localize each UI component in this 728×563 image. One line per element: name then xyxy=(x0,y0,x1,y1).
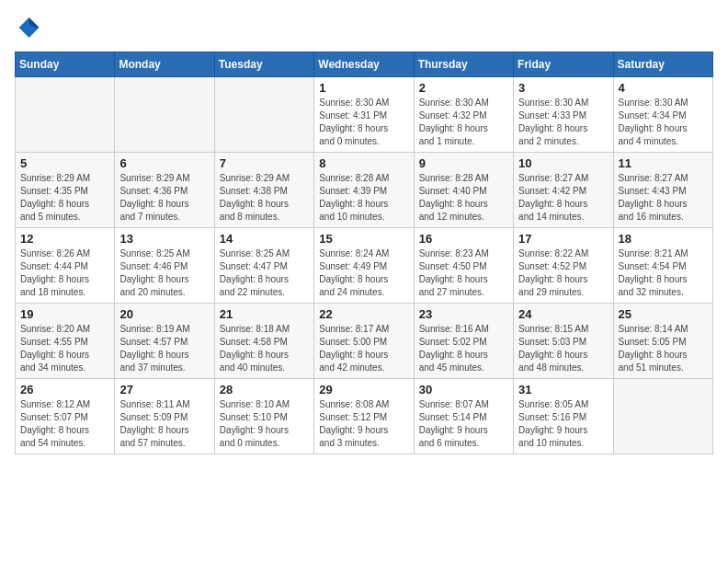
calendar-cell: 2Sunrise: 8:30 AM Sunset: 4:32 PM Daylig… xyxy=(414,77,513,153)
day-info: Sunrise: 8:15 AM Sunset: 5:03 PM Dayligh… xyxy=(518,323,608,374)
calendar-cell: 27Sunrise: 8:11 AM Sunset: 5:09 PM Dayli… xyxy=(115,379,214,454)
day-number: 30 xyxy=(419,383,508,396)
day-number: 19 xyxy=(20,307,109,321)
day-info: Sunrise: 8:28 AM Sunset: 4:39 PM Dayligh… xyxy=(319,172,408,224)
calendar-cell: 29Sunrise: 8:08 AM Sunset: 5:12 PM Dayli… xyxy=(314,379,414,454)
page-header xyxy=(15,15,713,40)
calendar-cell: 20Sunrise: 8:19 AM Sunset: 4:57 PM Dayli… xyxy=(115,304,214,379)
day-info: Sunrise: 8:08 AM Sunset: 5:12 PM Dayligh… xyxy=(319,398,408,450)
day-number: 9 xyxy=(419,156,508,170)
day-info: Sunrise: 8:14 AM Sunset: 5:05 PM Dayligh… xyxy=(619,323,708,374)
day-number: 13 xyxy=(119,232,209,246)
day-number: 10 xyxy=(518,156,608,170)
day-number: 27 xyxy=(119,383,209,396)
day-number: 24 xyxy=(518,307,608,321)
day-number: 16 xyxy=(419,232,508,246)
calendar-cell xyxy=(115,77,214,153)
day-number: 5 xyxy=(20,156,109,170)
calendar-cell: 24Sunrise: 8:15 AM Sunset: 5:03 PM Dayli… xyxy=(514,304,613,379)
calendar-cell: 23Sunrise: 8:16 AM Sunset: 5:02 PM Dayli… xyxy=(414,304,513,379)
weekday-header-tuesday: Tuesday xyxy=(214,52,313,77)
day-number: 4 xyxy=(619,81,708,95)
day-number: 14 xyxy=(220,232,309,246)
day-info: Sunrise: 8:24 AM Sunset: 4:49 PM Dayligh… xyxy=(319,247,408,299)
weekday-header-thursday: Thursday xyxy=(414,52,513,77)
calendar-cell: 28Sunrise: 8:10 AM Sunset: 5:10 PM Dayli… xyxy=(214,379,313,454)
day-info: Sunrise: 8:20 AM Sunset: 4:55 PM Dayligh… xyxy=(20,323,109,374)
calendar-cell: 14Sunrise: 8:25 AM Sunset: 4:47 PM Dayli… xyxy=(214,228,313,304)
day-info: Sunrise: 8:16 AM Sunset: 5:02 PM Dayligh… xyxy=(419,323,508,374)
day-number: 1 xyxy=(319,81,408,95)
calendar-cell: 31Sunrise: 8:05 AM Sunset: 5:16 PM Dayli… xyxy=(514,379,613,454)
calendar-cell xyxy=(16,77,115,153)
day-info: Sunrise: 8:21 AM Sunset: 4:54 PM Dayligh… xyxy=(619,247,708,299)
calendar-cell: 12Sunrise: 8:26 AM Sunset: 4:44 PM Dayli… xyxy=(16,228,115,304)
calendar-cell xyxy=(613,379,712,454)
day-info: Sunrise: 8:30 AM Sunset: 4:34 PM Dayligh… xyxy=(619,97,708,148)
calendar-cell xyxy=(214,77,313,153)
day-info: Sunrise: 8:18 AM Sunset: 4:58 PM Dayligh… xyxy=(220,323,309,374)
day-info: Sunrise: 8:25 AM Sunset: 4:46 PM Dayligh… xyxy=(119,247,209,299)
day-info: Sunrise: 8:30 AM Sunset: 4:33 PM Dayligh… xyxy=(518,97,608,148)
day-number: 2 xyxy=(419,81,508,95)
day-number: 25 xyxy=(619,307,708,321)
day-number: 21 xyxy=(220,307,309,321)
logo-icon xyxy=(15,15,40,40)
calendar-cell: 7Sunrise: 8:29 AM Sunset: 4:38 PM Daylig… xyxy=(214,153,313,228)
day-number: 31 xyxy=(518,383,608,396)
day-info: Sunrise: 8:05 AM Sunset: 5:16 PM Dayligh… xyxy=(518,398,608,450)
calendar-cell: 18Sunrise: 8:21 AM Sunset: 4:54 PM Dayli… xyxy=(613,228,712,304)
day-info: Sunrise: 8:07 AM Sunset: 5:14 PM Dayligh… xyxy=(419,398,508,450)
calendar-cell: 17Sunrise: 8:22 AM Sunset: 4:52 PM Dayli… xyxy=(514,228,613,304)
day-number: 6 xyxy=(119,156,209,170)
calendar-cell: 19Sunrise: 8:20 AM Sunset: 4:55 PM Dayli… xyxy=(16,304,115,379)
calendar-cell: 9Sunrise: 8:28 AM Sunset: 4:40 PM Daylig… xyxy=(414,153,513,228)
calendar-cell: 3Sunrise: 8:30 AM Sunset: 4:33 PM Daylig… xyxy=(514,77,613,153)
day-number: 29 xyxy=(319,383,408,396)
day-info: Sunrise: 8:11 AM Sunset: 5:09 PM Dayligh… xyxy=(119,398,209,450)
logo xyxy=(15,15,44,40)
calendar-table: SundayMondayTuesdayWednesdayThursdayFrid… xyxy=(15,52,713,454)
calendar-cell: 26Sunrise: 8:12 AM Sunset: 5:07 PM Dayli… xyxy=(16,379,115,454)
calendar-cell: 11Sunrise: 8:27 AM Sunset: 4:43 PM Dayli… xyxy=(613,153,712,228)
day-info: Sunrise: 8:30 AM Sunset: 4:31 PM Dayligh… xyxy=(319,97,408,148)
weekday-header-friday: Friday xyxy=(514,52,613,77)
day-number: 26 xyxy=(20,383,109,396)
calendar-cell: 10Sunrise: 8:27 AM Sunset: 4:42 PM Dayli… xyxy=(514,153,613,228)
day-number: 3 xyxy=(518,81,608,95)
day-number: 7 xyxy=(220,156,309,170)
calendar-cell: 1Sunrise: 8:30 AM Sunset: 4:31 PM Daylig… xyxy=(314,77,414,153)
calendar-cell: 30Sunrise: 8:07 AM Sunset: 5:14 PM Dayli… xyxy=(414,379,513,454)
calendar-cell: 16Sunrise: 8:23 AM Sunset: 4:50 PM Dayli… xyxy=(414,228,513,304)
day-info: Sunrise: 8:30 AM Sunset: 4:32 PM Dayligh… xyxy=(419,97,508,148)
day-info: Sunrise: 8:29 AM Sunset: 4:38 PM Dayligh… xyxy=(220,172,309,224)
day-number: 8 xyxy=(319,156,408,170)
day-number: 20 xyxy=(119,307,209,321)
weekday-header-sunday: Sunday xyxy=(16,52,115,77)
day-info: Sunrise: 8:22 AM Sunset: 4:52 PM Dayligh… xyxy=(518,247,608,299)
day-info: Sunrise: 8:10 AM Sunset: 5:10 PM Dayligh… xyxy=(220,398,309,450)
day-info: Sunrise: 8:29 AM Sunset: 4:35 PM Dayligh… xyxy=(20,172,109,224)
day-info: Sunrise: 8:17 AM Sunset: 5:00 PM Dayligh… xyxy=(319,323,408,374)
calendar-cell: 5Sunrise: 8:29 AM Sunset: 4:35 PM Daylig… xyxy=(16,153,115,228)
day-info: Sunrise: 8:27 AM Sunset: 4:43 PM Dayligh… xyxy=(619,172,708,224)
day-info: Sunrise: 8:19 AM Sunset: 4:57 PM Dayligh… xyxy=(119,323,209,374)
calendar-cell: 4Sunrise: 8:30 AM Sunset: 4:34 PM Daylig… xyxy=(613,77,712,153)
day-info: Sunrise: 8:12 AM Sunset: 5:07 PM Dayligh… xyxy=(20,398,109,450)
day-number: 28 xyxy=(220,383,309,396)
day-number: 12 xyxy=(20,232,109,246)
calendar-cell: 21Sunrise: 8:18 AM Sunset: 4:58 PM Dayli… xyxy=(214,304,313,379)
weekday-header-saturday: Saturday xyxy=(613,52,712,77)
day-number: 22 xyxy=(319,307,408,321)
day-number: 15 xyxy=(319,232,408,246)
calendar-cell: 15Sunrise: 8:24 AM Sunset: 4:49 PM Dayli… xyxy=(314,228,414,304)
weekday-header-wednesday: Wednesday xyxy=(314,52,414,77)
calendar-cell: 13Sunrise: 8:25 AM Sunset: 4:46 PM Dayli… xyxy=(115,228,214,304)
day-info: Sunrise: 8:27 AM Sunset: 4:42 PM Dayligh… xyxy=(518,172,608,224)
calendar-cell: 25Sunrise: 8:14 AM Sunset: 5:05 PM Dayli… xyxy=(613,304,712,379)
day-number: 23 xyxy=(419,307,508,321)
weekday-header-monday: Monday xyxy=(115,52,214,77)
day-number: 18 xyxy=(619,232,708,246)
calendar-cell: 8Sunrise: 8:28 AM Sunset: 4:39 PM Daylig… xyxy=(314,153,414,228)
day-info: Sunrise: 8:25 AM Sunset: 4:47 PM Dayligh… xyxy=(220,247,309,299)
